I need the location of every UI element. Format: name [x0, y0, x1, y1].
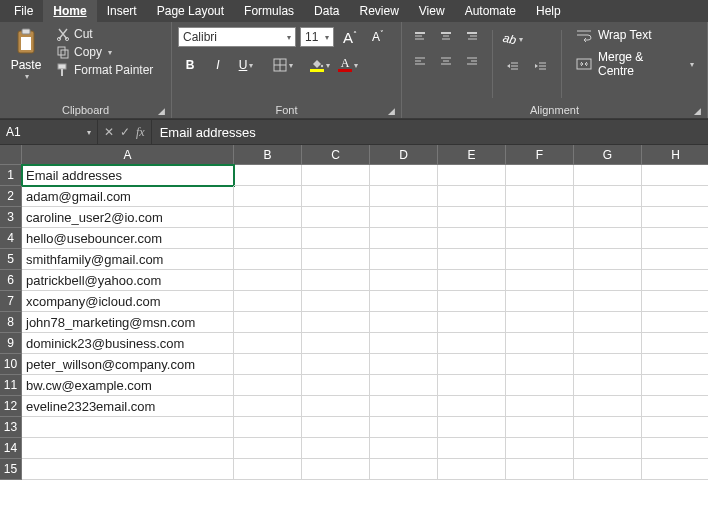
align-right-button[interactable] [460, 50, 484, 72]
menu-item-help[interactable]: Help [526, 0, 571, 22]
cell-G1[interactable] [574, 165, 642, 186]
paste-button[interactable]: Paste ▾ [6, 26, 46, 102]
cell-A13[interactable] [22, 417, 234, 438]
cell-E9[interactable] [438, 333, 506, 354]
cell-F4[interactable] [506, 228, 574, 249]
cell-C7[interactable] [302, 291, 370, 312]
dialog-launcher-icon[interactable]: ◢ [158, 106, 165, 116]
dialog-launcher-icon[interactable]: ◢ [388, 106, 395, 116]
cell-B10[interactable] [234, 354, 302, 375]
cell-F1[interactable] [506, 165, 574, 186]
orientation-button[interactable]: ab ▾ [501, 28, 525, 50]
increase-indent-button[interactable] [529, 56, 553, 78]
cell-A3[interactable]: caroline_user2@io.com [22, 207, 234, 228]
menu-item-automate[interactable]: Automate [455, 0, 526, 22]
col-header-A[interactable]: A [22, 145, 234, 165]
cell-D3[interactable] [370, 207, 438, 228]
cell-B15[interactable] [234, 459, 302, 480]
cell-C10[interactable] [302, 354, 370, 375]
cell-A15[interactable] [22, 459, 234, 480]
cell-G13[interactable] [574, 417, 642, 438]
cell-F14[interactable] [506, 438, 574, 459]
fill-color-button[interactable]: ▾ [308, 54, 332, 76]
cell-G14[interactable] [574, 438, 642, 459]
row-header-12[interactable]: 12 [0, 396, 22, 417]
align-top-right-button[interactable] [460, 26, 484, 48]
cell-B4[interactable] [234, 228, 302, 249]
cell-A10[interactable]: peter_willson@company.com [22, 354, 234, 375]
formula-input[interactable]: Email addresses [152, 125, 708, 140]
copy-button[interactable]: Copy ▾ [52, 44, 157, 60]
cell-C4[interactable] [302, 228, 370, 249]
row-header-8[interactable]: 8 [0, 312, 22, 333]
cell-G8[interactable] [574, 312, 642, 333]
cell-G10[interactable] [574, 354, 642, 375]
cell-E11[interactable] [438, 375, 506, 396]
cell-G4[interactable] [574, 228, 642, 249]
align-top-center-button[interactable] [434, 26, 458, 48]
cell-D15[interactable] [370, 459, 438, 480]
cell-G15[interactable] [574, 459, 642, 480]
cell-E13[interactable] [438, 417, 506, 438]
cell-A9[interactable]: dominick23@business.com [22, 333, 234, 354]
cell-F15[interactable] [506, 459, 574, 480]
increase-font-button[interactable]: A˄ [338, 26, 362, 48]
cell-C9[interactable] [302, 333, 370, 354]
cell-B6[interactable] [234, 270, 302, 291]
menu-item-file[interactable]: File [4, 0, 43, 22]
cell-D10[interactable] [370, 354, 438, 375]
cell-F13[interactable] [506, 417, 574, 438]
cell-E12[interactable] [438, 396, 506, 417]
cell-A7[interactable]: xcompany@icloud.com [22, 291, 234, 312]
cell-C6[interactable] [302, 270, 370, 291]
cell-F2[interactable] [506, 186, 574, 207]
cell-E5[interactable] [438, 249, 506, 270]
cell-G6[interactable] [574, 270, 642, 291]
cell-E6[interactable] [438, 270, 506, 291]
col-header-H[interactable]: H [642, 145, 708, 165]
row-header-4[interactable]: 4 [0, 228, 22, 249]
col-header-G[interactable]: G [574, 145, 642, 165]
col-header-B[interactable]: B [234, 145, 302, 165]
font-color-button[interactable]: A ▾ [336, 54, 360, 76]
cell-A14[interactable] [22, 438, 234, 459]
row-header-15[interactable]: 15 [0, 459, 22, 480]
row-header-14[interactable]: 14 [0, 438, 22, 459]
fx-icon[interactable]: fx [136, 125, 145, 140]
cell-A6[interactable]: patrickbell@yahoo.com [22, 270, 234, 291]
cell-B2[interactable] [234, 186, 302, 207]
row-header-2[interactable]: 2 [0, 186, 22, 207]
cell-C3[interactable] [302, 207, 370, 228]
cell-F9[interactable] [506, 333, 574, 354]
row-header-3[interactable]: 3 [0, 207, 22, 228]
cell-G3[interactable] [574, 207, 642, 228]
cell-E14[interactable] [438, 438, 506, 459]
cell-A2[interactable]: adam@gmail.com [22, 186, 234, 207]
cell-G7[interactable] [574, 291, 642, 312]
align-left-button[interactable] [408, 50, 432, 72]
cell-C11[interactable] [302, 375, 370, 396]
cell-D8[interactable] [370, 312, 438, 333]
cell-C2[interactable] [302, 186, 370, 207]
cell-H4[interactable] [642, 228, 708, 249]
row-header-9[interactable]: 9 [0, 333, 22, 354]
cell-A5[interactable]: smithfamily@gmail.com [22, 249, 234, 270]
cell-G12[interactable] [574, 396, 642, 417]
cell-A11[interactable]: bw.cw@example.com [22, 375, 234, 396]
select-all-corner[interactable] [0, 145, 22, 165]
cell-H11[interactable] [642, 375, 708, 396]
cut-button[interactable]: Cut [52, 26, 157, 42]
underline-button[interactable]: U▾ [234, 54, 258, 76]
row-header-7[interactable]: 7 [0, 291, 22, 312]
col-header-C[interactable]: C [302, 145, 370, 165]
cell-D13[interactable] [370, 417, 438, 438]
cell-H12[interactable] [642, 396, 708, 417]
cell-D5[interactable] [370, 249, 438, 270]
row-header-13[interactable]: 13 [0, 417, 22, 438]
format-painter-button[interactable]: Format Painter [52, 62, 157, 78]
cell-C8[interactable] [302, 312, 370, 333]
borders-button[interactable]: ▾ [271, 54, 295, 76]
cell-F12[interactable] [506, 396, 574, 417]
cell-C15[interactable] [302, 459, 370, 480]
menu-item-view[interactable]: View [409, 0, 455, 22]
